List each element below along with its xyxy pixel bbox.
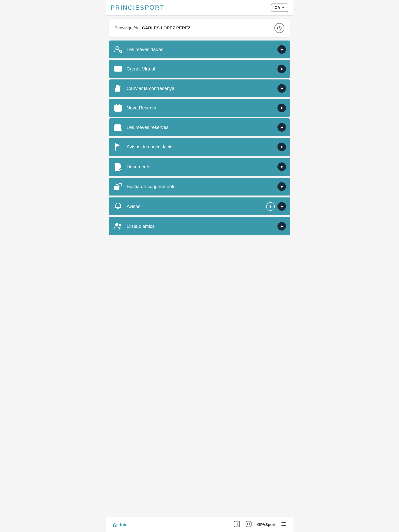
menu-item-les-meves-reserves[interactable]: Les meves reserves ➤ (109, 118, 290, 136)
menu-item-avisos-cancellacio[interactable]: Avisos de cancel·lació ➤ (109, 138, 290, 156)
power-icon (277, 25, 282, 31)
home-icon (112, 522, 118, 528)
mailbox-icon (113, 182, 123, 192)
svg-rect-18 (117, 109, 118, 110)
language-button[interactable]: CA ▼ (271, 4, 288, 12)
menu-item-bustia-suggeriments[interactable]: Bústia de suggeriments ➤ (109, 177, 290, 196)
logout-button[interactable] (274, 23, 284, 33)
document-icon (113, 162, 123, 172)
svg-rect-14 (117, 108, 118, 108)
menu-label-les-meves-dades: Les meves dades (127, 47, 277, 52)
facebook-icon[interactable] (234, 521, 240, 528)
svg-rect-5 (114, 68, 122, 69)
language-label: CA (275, 6, 280, 10)
avisos-badge: 3 (266, 202, 275, 211)
menu-label-nova-reserva: Nova Reserva (127, 105, 277, 111)
menu-label-avisos: Avisos (127, 204, 266, 209)
menu-item-carnet-virtual[interactable]: Carnet Virtual ➤ (109, 60, 290, 78)
logo-bar-o: O (149, 4, 155, 11)
instagram-icon[interactable] (245, 521, 252, 528)
svg-rect-15 (118, 108, 119, 108)
menu-arrow-nova-reserva: ➤ (277, 104, 286, 112)
svg-rect-6 (115, 70, 118, 70)
flag-icon (113, 142, 123, 152)
menu-item-llista-amics[interactable]: Llista d'amics ➤ (109, 217, 290, 235)
svg-rect-35 (115, 186, 119, 190)
svg-rect-44 (246, 521, 251, 527)
menu-arrow-avisos: ➤ (277, 202, 286, 211)
menu-label-canviar-contrasenya: Canviar la contrasenya (127, 86, 277, 91)
menu-label-documents: Documents (127, 164, 277, 169)
footer-home[interactable]: Inici (112, 522, 129, 528)
svg-point-46 (250, 522, 250, 523)
svg-line-28 (121, 131, 122, 132)
menu-item-documents[interactable]: Documents ➤ (109, 158, 290, 176)
menu-arrow-les-meves-dades: ➤ (277, 45, 286, 54)
svg-rect-26 (116, 128, 116, 129)
svg-rect-19 (118, 109, 119, 110)
svg-rect-16 (120, 108, 120, 108)
svg-rect-9 (115, 105, 122, 111)
menu-label-carnet-virtual: Carnet Virtual (127, 66, 277, 72)
svg-point-42 (119, 224, 121, 226)
welcome-text: Benvingut/da, CARLES LOPEZ PEREZ (115, 25, 191, 31)
chevron-down-icon: ▼ (281, 6, 285, 10)
menu-arrow-documents: ➤ (277, 162, 286, 171)
svg-rect-13 (116, 108, 116, 108)
calendar-add-icon (113, 103, 123, 113)
main-menu: Les meves dades ➤ Carnet Virtual ➤ (109, 40, 290, 235)
svg-rect-25 (117, 127, 118, 128)
friends-icon (113, 221, 123, 231)
footer-right-icons: GPASport (234, 521, 287, 528)
menu-arrow-les-meves-reserves: ➤ (277, 123, 286, 132)
welcome-bar: Benvingut/da, CARLES LOPEZ PEREZ (109, 19, 290, 37)
menu-item-canviar-contrasenya[interactable]: Canviar la contrasenya ➤ (109, 79, 290, 97)
svg-point-41 (115, 223, 118, 226)
user-search-icon (113, 44, 123, 55)
svg-rect-24 (116, 127, 116, 128)
menu-label-llista-amics: Llista d'amics (127, 223, 277, 229)
svg-point-45 (247, 523, 250, 525)
menu-arrow-bustia-suggeriments: ➤ (277, 182, 286, 191)
app-header: PRINCIESPORT CA ▼ (106, 0, 293, 16)
menu-arrow-canviar-contrasenya: ➤ (277, 84, 286, 93)
svg-rect-17 (116, 109, 116, 110)
menu-arrow-avisos-cancellacio: ➤ (277, 143, 286, 151)
menu-arrow-carnet-virtual: ➤ (277, 65, 286, 73)
user-name: CARLES LOPEZ PEREZ (142, 25, 191, 30)
greeting-label: Benvingut/da, (115, 25, 142, 30)
menu-arrow-llista-amics: ➤ (277, 222, 286, 231)
footer-home-label: Inici (120, 522, 129, 527)
lock-edit-icon (113, 83, 123, 94)
menu-label-bustia-suggeriments: Bústia de suggeriments (127, 184, 277, 189)
hamburger-menu-icon[interactable] (281, 521, 287, 528)
calendar-search-icon (113, 122, 123, 133)
footer-gpa-label[interactable]: GPASport (257, 522, 276, 527)
svg-point-8 (117, 89, 118, 90)
menu-item-les-meves-dades[interactable]: Les meves dades ➤ (109, 40, 290, 58)
app-logo: PRINCIESPORT (111, 4, 164, 11)
menu-label-avisos-cancellacio: Avisos de cancel·lació (127, 144, 277, 150)
card-icon (113, 64, 123, 74)
menu-item-avisos[interactable]: Avisos 3 ➤ (109, 197, 290, 215)
menu-item-nova-reserva[interactable]: Nova Reserva ➤ (109, 99, 290, 117)
menu-label-les-meves-reserves: Les meves reserves (127, 125, 277, 130)
bell-icon (113, 201, 123, 211)
svg-line-3 (121, 52, 122, 53)
app-footer: Inici GPASport (106, 517, 293, 532)
